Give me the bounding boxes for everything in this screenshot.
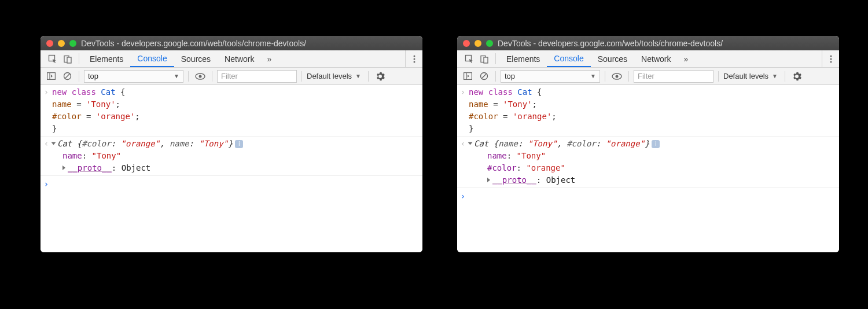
disclosure-triangle-icon[interactable] [52, 142, 56, 145]
tab-sources[interactable]: Sources [591, 50, 634, 67]
menu-icon[interactable] [822, 50, 839, 67]
console-prompt[interactable]: › [457, 188, 839, 205]
filter-input[interactable] [217, 70, 297, 83]
context-selector[interactable]: top ▼ [84, 70, 183, 83]
window-controls [46, 40, 76, 47]
console-body: › new class Cat { name = 'Tony'; #color … [41, 85, 422, 252]
svg-point-5 [413, 61, 415, 62]
svg-point-16 [830, 58, 832, 60]
info-icon[interactable]: i [235, 140, 243, 148]
minimize-icon[interactable] [58, 40, 65, 47]
tabbar: Elements Console Sources Network » [41, 50, 422, 68]
output-chevron-icon: ‹ [457, 138, 469, 186]
tabbar: Elements Console Sources Network » [457, 50, 839, 68]
log-levels-selector[interactable]: Default levels ▼ [723, 72, 780, 80]
console-body: › new class Cat { name = 'Tony'; #color … [457, 85, 839, 252]
console-output: ‹ Cat {name: "Tony", #color: "orange"}i … [457, 137, 839, 188]
devtools-window-left: DevTools - developers.google.com/web/too… [41, 36, 422, 252]
console-input-echo: › new class Cat { name = 'Tony'; #color … [457, 85, 839, 137]
window-controls [463, 40, 493, 47]
output-chevron-icon: ‹ [41, 138, 52, 174]
code-block: new class Cat { name = 'Tony'; #color = … [52, 86, 422, 135]
context-label: top [505, 72, 515, 80]
filter-input[interactable] [634, 70, 713, 83]
close-icon[interactable] [46, 40, 53, 47]
prompt-chevron-icon: › [41, 178, 52, 190]
disclosure-triangle-icon[interactable] [487, 178, 490, 182]
svg-line-21 [481, 73, 486, 78]
tab-console[interactable]: Console [130, 50, 174, 67]
object-tree[interactable]: Cat {name: "Tony", #color: "orange"}i na… [469, 138, 839, 186]
svg-point-15 [830, 55, 832, 57]
live-expression-icon[interactable] [193, 69, 207, 83]
svg-point-3 [413, 55, 415, 57]
sidebar-toggle-icon[interactable] [461, 69, 475, 83]
svg-point-11 [199, 75, 202, 78]
tab-console[interactable]: Console [547, 50, 590, 67]
tab-elements[interactable]: Elements [499, 50, 547, 67]
settings-icon[interactable] [790, 69, 804, 83]
levels-label: Default levels [723, 72, 768, 80]
inspect-icon[interactable] [45, 50, 60, 67]
tab-sources[interactable]: Sources [174, 50, 218, 67]
svg-line-9 [65, 73, 69, 78]
clear-console-icon[interactable] [60, 69, 74, 83]
devtools-window-right: DevTools - developers.google.com/web/too… [457, 36, 839, 252]
inspect-icon[interactable] [462, 50, 477, 67]
tab-elements[interactable]: Elements [83, 50, 130, 67]
sidebar-toggle-icon[interactable] [44, 69, 58, 83]
log-levels-selector[interactable]: Default levels ▼ [307, 72, 363, 80]
tabs-overflow[interactable]: » [678, 50, 694, 67]
titlebar[interactable]: DevTools - developers.google.com/web/too… [457, 36, 839, 50]
tabs-overflow[interactable]: » [261, 50, 277, 67]
context-label: top [88, 72, 98, 80]
zoom-icon[interactable] [486, 40, 493, 47]
console-toolbar: top ▼ Default levels ▼ [41, 68, 422, 85]
context-selector[interactable]: top ▼ [501, 70, 600, 83]
close-icon[interactable] [463, 40, 470, 47]
svg-rect-2 [67, 57, 71, 63]
prompt-chevron-icon: › [457, 190, 469, 203]
svg-point-4 [413, 58, 415, 60]
svg-point-17 [830, 61, 832, 62]
chevron-down-icon: ▼ [174, 73, 179, 79]
device-toolbar-icon[interactable] [60, 50, 75, 67]
svg-rect-14 [484, 57, 488, 63]
live-expression-icon[interactable] [610, 69, 624, 83]
chevron-down-icon: ▼ [355, 73, 361, 79]
disclosure-triangle-icon[interactable] [468, 142, 473, 145]
zoom-icon[interactable] [69, 40, 76, 47]
console-toolbar: top ▼ Default levels ▼ [457, 68, 839, 85]
menu-icon[interactable] [405, 50, 422, 67]
console-output: ‹ Cat {#color: "orange", name: "Tony"}i … [41, 137, 422, 176]
settings-icon[interactable] [373, 69, 387, 83]
console-input-echo: › new class Cat { name = 'Tony'; #color … [41, 85, 422, 137]
object-tree[interactable]: Cat {#color: "orange", name: "Tony"}i na… [52, 138, 422, 174]
clear-console-icon[interactable] [477, 69, 491, 83]
window-title: DevTools - developers.google.com/web/too… [498, 39, 723, 48]
titlebar[interactable]: DevTools - developers.google.com/web/too… [41, 36, 422, 50]
tab-network[interactable]: Network [634, 50, 678, 67]
device-toolbar-icon[interactable] [477, 50, 492, 67]
chevron-down-icon: ▼ [590, 73, 596, 79]
chevron-down-icon: ▼ [772, 73, 778, 79]
disclosure-triangle-icon[interactable] [62, 165, 65, 170]
levels-label: Default levels [307, 72, 352, 80]
input-chevron-icon: › [457, 86, 469, 135]
console-prompt[interactable]: › [41, 176, 422, 193]
code-block: new class Cat { name = 'Tony'; #color = … [469, 86, 839, 135]
window-title: DevTools - developers.google.com/web/too… [81, 39, 306, 48]
info-icon[interactable]: i [652, 140, 660, 148]
svg-point-23 [616, 75, 619, 78]
input-chevron-icon: › [41, 86, 52, 135]
tab-network[interactable]: Network [218, 50, 261, 67]
minimize-icon[interactable] [475, 40, 481, 47]
